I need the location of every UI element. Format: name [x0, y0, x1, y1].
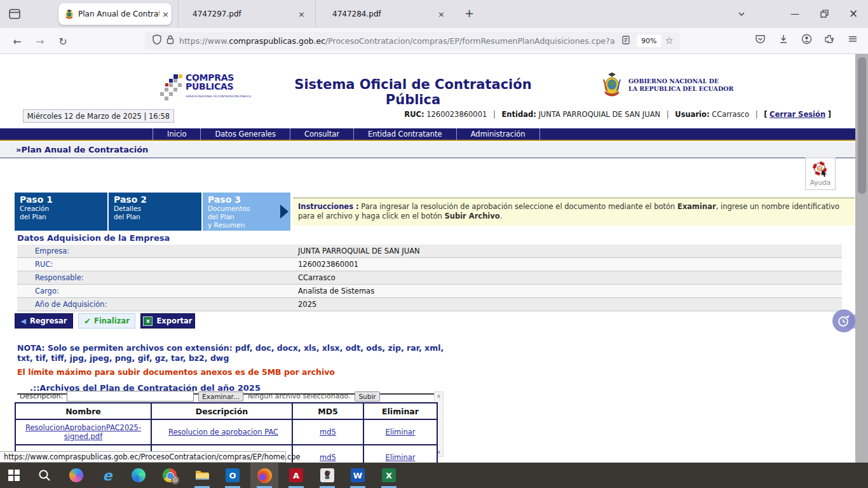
close-tab-icon[interactable]: ×	[295, 10, 308, 19]
start-button[interactable]	[0, 463, 28, 488]
excel-icon[interactable]: X	[375, 463, 403, 488]
no-file-text: Ningún archivo seleccionado.	[248, 392, 350, 400]
file-explorer-icon[interactable]	[188, 463, 216, 488]
lock-icon[interactable]	[166, 35, 174, 47]
ecuador-coat-of-arms	[600, 72, 623, 98]
close-tab-icon[interactable]: ×	[435, 10, 447, 19]
excel-export-icon: x	[143, 316, 153, 326]
step-paso-3-active: Paso 3 Documentos del Plan y Resumen	[203, 193, 290, 231]
gov-text-1: GOBIERNO NACIONAL DE	[628, 78, 733, 85]
main-nav: Inicio Datos Generales Consultar Entidad…	[0, 128, 856, 141]
back-arrow-icon: ◀	[20, 317, 25, 325]
restore-button[interactable]	[810, 0, 839, 27]
table-row: RUC:1260023860001	[17, 258, 842, 271]
copilot-icon[interactable]	[62, 463, 90, 488]
nav-item-consultar[interactable]: Consultar	[290, 128, 353, 140]
step-arrow-icon	[280, 205, 288, 219]
overlay-clock-widget[interactable]	[832, 309, 857, 334]
nav-item-inicio[interactable]: Inicio	[153, 128, 200, 140]
reload-icon[interactable]: ↻	[55, 33, 71, 50]
page-scrollbar[interactable]	[855, 54, 868, 463]
outlook-icon[interactable]: O	[219, 463, 247, 488]
tab-title: 4747284.pdf	[332, 10, 381, 18]
table-row: Empresa:JUNTA PARROQUIAL DE SAN JUAN	[17, 245, 842, 258]
subir-button[interactable]: Subir	[355, 391, 379, 402]
files-header-row: Nombre Descripción MD5 Eliminar	[15, 403, 437, 419]
session-info: RUC: 1260023860001 | Entidad: JUNTA PARR…	[404, 110, 831, 119]
scroll-up-icon[interactable]: ∧	[435, 392, 443, 400]
menu-hamburger-icon[interactable]: ≡	[848, 31, 858, 45]
md5-link[interactable]: md5	[320, 453, 336, 462]
bookmark-star-icon[interactable]: ☆	[665, 35, 674, 46]
usuario-value: CCarrasco	[712, 110, 749, 119]
entidad-label: Entidad:	[502, 110, 536, 119]
zoom-level-badge[interactable]: 90%	[637, 35, 661, 47]
nav-item-datos-generales[interactable]: Datos Generales	[200, 128, 289, 140]
close-button[interactable]: ×	[839, 0, 868, 27]
chrome-profile-badge: G	[171, 476, 179, 484]
reader-view-icon[interactable]	[621, 35, 630, 47]
logout-link[interactable]: Cerrar Sesión	[770, 110, 825, 119]
table-row: ResolucionAprobacionPAC2025-signed.pdf R…	[15, 419, 437, 445]
descripcion-input[interactable]	[67, 391, 194, 402]
list-all-tabs-icon[interactable]	[737, 9, 746, 21]
page-title: »Plan Anual de Contratación	[16, 145, 148, 154]
lifebuoy-help-icon	[812, 161, 829, 178]
pocket-icon[interactable]	[755, 34, 766, 47]
taskbar: e G O A	[0, 463, 868, 488]
datos-section-title: Datos Adquisicion de la Empresa	[17, 233, 170, 243]
forward-icon[interactable]: →	[32, 33, 48, 50]
usuario-label: Usuario:	[675, 110, 709, 119]
finalizar-button[interactable]: ✔ Finalizar	[78, 313, 135, 329]
downloads-icon[interactable]	[778, 34, 789, 47]
minimize-button[interactable]: —	[780, 0, 810, 27]
account-icon[interactable]	[801, 34, 812, 47]
eliminar-link[interactable]: Eliminar	[385, 453, 415, 462]
scrollbar-thumb[interactable]	[858, 57, 866, 194]
tab-title: Plan Anual de Contratación	[78, 10, 159, 18]
firefox-icon-active[interactable]	[250, 463, 278, 488]
ecuador-crest-favicon	[64, 9, 74, 19]
instructions-box: Instrucciones : Para ingresar la resoluc…	[293, 198, 855, 226]
clock-icon	[832, 309, 855, 332]
chrome-icon[interactable]: G	[156, 463, 184, 488]
status-bar-url: https://www.compraspublicas.gob.ec/Proce…	[0, 451, 286, 463]
java-app-icon[interactable]	[313, 463, 341, 488]
ruc-label: RUC:	[404, 110, 424, 119]
new-tab-button[interactable]: +	[465, 6, 474, 20]
nav-item-entidad-contratante[interactable]: Entidad Contratante	[353, 128, 456, 140]
step-paso-1: Paso 1 Creación del Plan	[15, 193, 107, 231]
internet-explorer-icon[interactable]: e	[93, 463, 121, 488]
tab-strip: Plan Anual de Contratación × 4747297.pdf…	[0, 0, 868, 28]
firefox-view-icon[interactable]	[8, 7, 22, 21]
word-icon[interactable]: W	[344, 463, 372, 488]
eliminar-link[interactable]: Eliminar	[385, 428, 415, 437]
back-icon[interactable]: ←	[9, 33, 25, 50]
md5-link[interactable]: md5	[320, 428, 336, 437]
gov-text-2: LA REPUBLICA DEL ECUADOR	[628, 85, 733, 93]
examinar-button[interactable]: Examinar...	[198, 391, 243, 402]
table-row: Año de Adquisición:2025	[17, 298, 842, 311]
descripcion-label: Descripción:	[20, 392, 63, 400]
exportar-button[interactable]: x Exportar	[140, 313, 195, 329]
tab-plan-anual[interactable]: Plan Anual de Contratación ×	[58, 3, 172, 25]
close-tab-icon[interactable]: ×	[159, 10, 172, 19]
file-description-link[interactable]: Resolucion de aprobacion PAC	[168, 428, 278, 437]
nav-item-administracion[interactable]: Administración	[456, 128, 540, 140]
shield-icon[interactable]	[153, 34, 161, 47]
file-name-link[interactable]: ResolucionAprobacionPAC2025-signed.pdf	[25, 423, 141, 441]
search-icon[interactable]	[31, 463, 58, 488]
ayuda-button[interactable]: Ayuda	[805, 158, 836, 190]
compras-publicas-logo: COMPRAS PÚBLICAS SERVICIO NACIONAL DE CO…	[159, 69, 254, 104]
entidad-value: JUNTA PARROQUIAL DE SAN JUAN	[538, 110, 660, 119]
tab-pdf-4747297[interactable]: 4747297.pdf ×	[178, 0, 313, 28]
edge-icon[interactable]	[125, 463, 153, 488]
extensions-puzzle-icon[interactable]	[824, 34, 835, 47]
acrobat-icon[interactable]: A	[282, 463, 310, 488]
ruc-value: 1260023860001	[426, 110, 487, 119]
url-bar[interactable]: https://www.compraspublicas.gob.ec/Proce…	[145, 32, 680, 50]
site-title: Sistema Oficial de Contratación Pública	[267, 77, 559, 107]
regresar-button[interactable]: ◀ Regresar	[15, 313, 73, 329]
tab-pdf-4747284[interactable]: 4747284.pdf ×	[315, 0, 452, 28]
datetime-box: Miércoles 12 de Marzo de 2025 | 16:58	[23, 109, 174, 123]
